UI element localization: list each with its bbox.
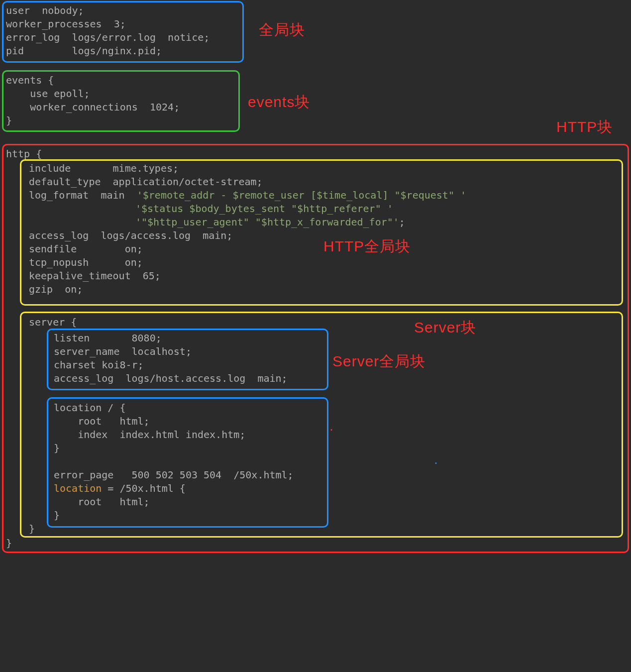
dot-red: . [328, 421, 334, 434]
code-line: root html; [0, 495, 150, 509]
code-line: charset koi8-r; [0, 358, 144, 372]
code-line: worker_connections 1024; [0, 101, 180, 114]
code-line: user nobody; [0, 4, 84, 17]
label-server-global: Server全局块 [332, 351, 425, 372]
code-line: } [0, 509, 60, 522]
code-line: access_log logs/access.log main; [0, 229, 232, 242]
code-line: keepalive_timeout 65; [0, 269, 161, 283]
code-line: events { [0, 74, 54, 87]
code-line: server { [0, 316, 77, 329]
code-line: server_name localhost; [0, 345, 192, 358]
code-line: default_type application/octet-stream; [0, 175, 263, 189]
code-line: gzip on; [0, 283, 83, 296]
code-line: http { [0, 147, 42, 161]
code-line: log_format main '$remote_addr - $remote_… [0, 189, 466, 202]
code-line: index index.html index.htm; [0, 428, 245, 442]
code-line: } [0, 442, 60, 455]
label-http: HTTP块 [556, 117, 613, 137]
label-http-global: HTTP全局块 [323, 236, 411, 257]
code-line: error_log logs/error.log notice; [0, 31, 210, 44]
code-line: location / { [0, 401, 126, 415]
code-line: error_page 500 502 503 504 /50x.html; [0, 468, 294, 482]
code-line: location = /50x.html { [0, 482, 186, 495]
label-global: 全局块 [259, 20, 305, 40]
code-line: include mime.types; [0, 162, 179, 175]
label-server: Server块 [414, 318, 476, 338]
code-line: '$status $body_bytes_sent "$http_referer… [135, 202, 393, 216]
code-line: pid logs/nginx.pid; [0, 44, 162, 58]
code-line: } [0, 522, 35, 536]
dot-blue: . [433, 454, 439, 467]
code-line: listen 8080; [0, 332, 162, 345]
code-line: } [0, 537, 12, 550]
code-line: access_log logs/host.access.log main; [0, 372, 288, 385]
code-line: root html; [0, 415, 150, 428]
code-line: tcp_nopush on; [0, 256, 143, 269]
label-events: events块 [248, 92, 310, 112]
code-line: sendfile on; [0, 242, 143, 256]
code-line: use epoll; [0, 87, 90, 101]
code-line: worker_processes 3; [0, 17, 126, 31]
code-line: '"$http_user_agent" "$http_x_forwarded_f… [135, 216, 405, 229]
code-line: } [0, 114, 12, 127]
